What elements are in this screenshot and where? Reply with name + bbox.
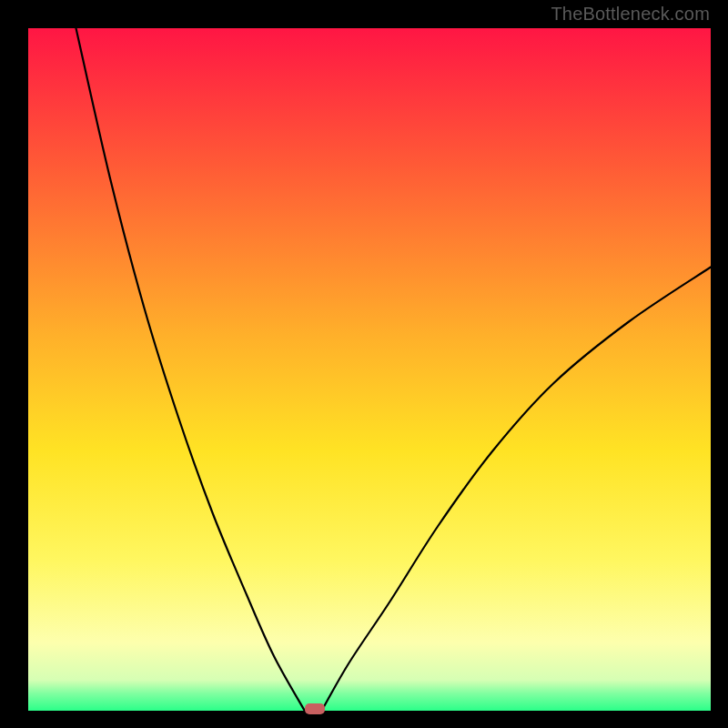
bottleneck-chart <box>0 0 728 728</box>
watermark-text: TheBottleneck.com <box>551 4 710 25</box>
chart-frame: TheBottleneck.com <box>0 0 728 728</box>
plot-background <box>28 28 711 711</box>
optimal-point-marker <box>305 703 325 714</box>
